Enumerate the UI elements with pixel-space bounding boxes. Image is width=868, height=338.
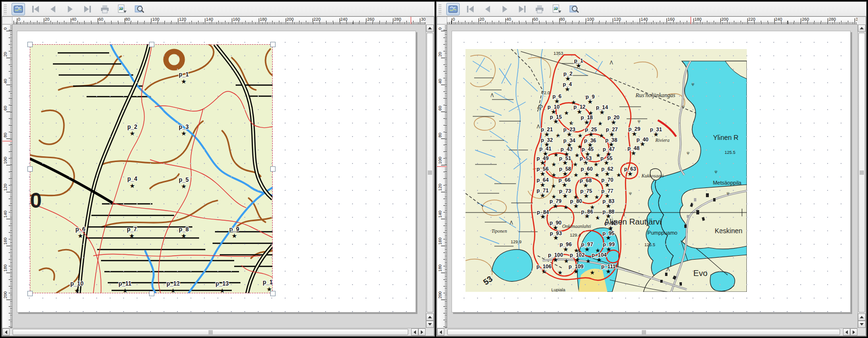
- zoom-full-button[interactable]: [567, 3, 581, 15]
- hscroll-track[interactable]: [10, 328, 411, 336]
- vertical-scrollbar[interactable]: [426, 25, 434, 328]
- point-label: p_10: [70, 280, 83, 287]
- toolbar-grip[interactable]: [4, 4, 7, 14]
- ruler-label: 280: [829, 17, 836, 22]
- vertical-scrollbar[interactable]: [857, 25, 866, 328]
- zoom-icon: [568, 3, 580, 15]
- point-marker-star: ★: [551, 183, 556, 189]
- forward-arrow-icon: [64, 3, 76, 15]
- first-arrow-icon: [465, 3, 476, 15]
- point-marker-star: ★: [554, 98, 560, 104]
- scroll-right-button[interactable]: [418, 328, 426, 336]
- ruler-tick: [6, 300, 12, 300]
- export-image-button[interactable]: [550, 3, 564, 15]
- ruler-label: 100: [438, 157, 442, 164]
- point-marker-star: ★: [594, 172, 600, 178]
- ruler-tick: [801, 18, 801, 24]
- scroll-up-button[interactable]: [858, 25, 866, 32]
- point-marker-star: ★: [181, 130, 187, 137]
- composer-map-button[interactable]: [446, 3, 460, 15]
- go-back-button[interactable]: [46, 3, 60, 15]
- vscroll-thumb[interactable]: [858, 33, 865, 313]
- go-forward-button[interactable]: [63, 3, 77, 15]
- toolbar-grip[interactable]: [439, 4, 441, 14]
- ruler-tick: [6, 273, 12, 273]
- scroll-down-button[interactable]: [426, 321, 434, 328]
- selection-handle[interactable]: [149, 291, 154, 296]
- vscroll-track[interactable]: [426, 32, 434, 313]
- ruler-label: 160: [438, 238, 442, 245]
- ruler-label: 300: [855, 17, 857, 22]
- scroll-left-button[interactable]: [437, 328, 444, 336]
- point-marker-star: ★: [129, 233, 135, 239]
- point-marker-star: ★: [129, 182, 135, 188]
- go-last-button[interactable]: [81, 3, 94, 15]
- selection-handle[interactable]: [270, 42, 276, 47]
- ruler-label: 20: [438, 52, 442, 57]
- point-marker-star: ★: [574, 256, 580, 263]
- point-label: p_8: [179, 226, 189, 233]
- selection-handle[interactable]: [27, 42, 33, 47]
- vscroll-track[interactable]: [858, 32, 866, 313]
- point-label: p_11: [119, 280, 132, 287]
- ruler-tick: [151, 18, 151, 24]
- map-icon: [447, 3, 459, 15]
- print-button[interactable]: [98, 3, 112, 15]
- selection-handle[interactable]: [27, 166, 33, 172]
- ruler-tick: [6, 219, 12, 219]
- ruler-label: 240: [775, 17, 782, 22]
- ruler-tick: [441, 273, 447, 273]
- composition-canvas[interactable]: ψψψ ψψψ ψψ ΛΛΛ ΛΛΛ p_1★p_2★p_4★p_6★p_9★p…: [447, 25, 857, 328]
- point-marker-star: ★: [551, 162, 556, 167]
- point-marker-star: ★: [573, 268, 579, 274]
- ruler-tick: [855, 18, 855, 24]
- horizontal-scrollbar[interactable]: [437, 328, 857, 336]
- go-first-button[interactable]: [464, 3, 477, 15]
- composer-map-button[interactable]: [12, 3, 25, 15]
- hscroll-track[interactable]: [444, 328, 843, 336]
- ruler-tick: [441, 85, 447, 85]
- ruler-tick: [441, 58, 447, 58]
- hscroll-thumb[interactable]: [13, 329, 408, 335]
- ruler-label: 40: [3, 79, 8, 84]
- point-marker-star: ★: [74, 287, 80, 293]
- horizontal-scrollbar[interactable]: [2, 328, 426, 336]
- export-image-button[interactable]: [115, 3, 129, 15]
- hscroll-thumb[interactable]: [447, 329, 840, 335]
- scroll-up-button-2[interactable]: [858, 313, 866, 321]
- vscroll-thumb[interactable]: [427, 33, 433, 313]
- point-marker-star: ★: [605, 202, 611, 209]
- scroll-left-button[interactable]: [2, 328, 10, 336]
- go-back-button[interactable]: [481, 3, 494, 15]
- go-first-button[interactable]: [29, 3, 42, 15]
- ruler-tick: [441, 138, 447, 139]
- zoom-full-button[interactable]: [133, 3, 146, 15]
- composition-canvas[interactable]: p_1★p_2★p_3★p_4★p_5★p_6★p_7★p_8★p_9★p_10…: [13, 25, 426, 328]
- map-item[interactable]: p_1★p_2★p_3★p_4★p_5★p_6★p_7★p_8★p_9★p_10…: [30, 44, 273, 293]
- selection-handle[interactable]: [270, 291, 276, 296]
- ruler-tick: [774, 18, 775, 24]
- scroll-right-button[interactable]: [850, 328, 857, 336]
- toolbar: [2, 2, 434, 16]
- ruler-tick: [441, 112, 447, 112]
- selection-handle[interactable]: [270, 166, 276, 172]
- scroll-down-button[interactable]: [858, 321, 866, 328]
- point-marker-star: ★: [653, 131, 659, 137]
- selection-handle[interactable]: [149, 42, 154, 47]
- scroll-left-button-2[interactable]: [843, 328, 850, 336]
- scroll-up-button[interactable]: [426, 25, 434, 32]
- go-last-button[interactable]: [516, 3, 529, 15]
- scroll-up-button-2[interactable]: [426, 313, 434, 321]
- ruler-tick: [441, 31, 447, 31]
- point-marker-star: ★: [553, 202, 558, 209]
- scroll-left-button-2[interactable]: [411, 328, 418, 336]
- ruler-label: 20: [479, 17, 484, 22]
- ruler-tick: [6, 85, 12, 85]
- selection-handle[interactable]: [27, 291, 33, 296]
- map-item[interactable]: ψψψ ψψψ ψψ ΛΛΛ ΛΛΛ p_1★p_2★p_4★p_6★p_9★p…: [465, 49, 747, 292]
- point-marker-star: ★: [573, 202, 579, 209]
- go-forward-button[interactable]: [498, 3, 512, 15]
- point-marker-star: ★: [565, 86, 570, 92]
- place-label: Onkimaanlahti: [562, 223, 591, 228]
- print-button[interactable]: [533, 3, 546, 15]
